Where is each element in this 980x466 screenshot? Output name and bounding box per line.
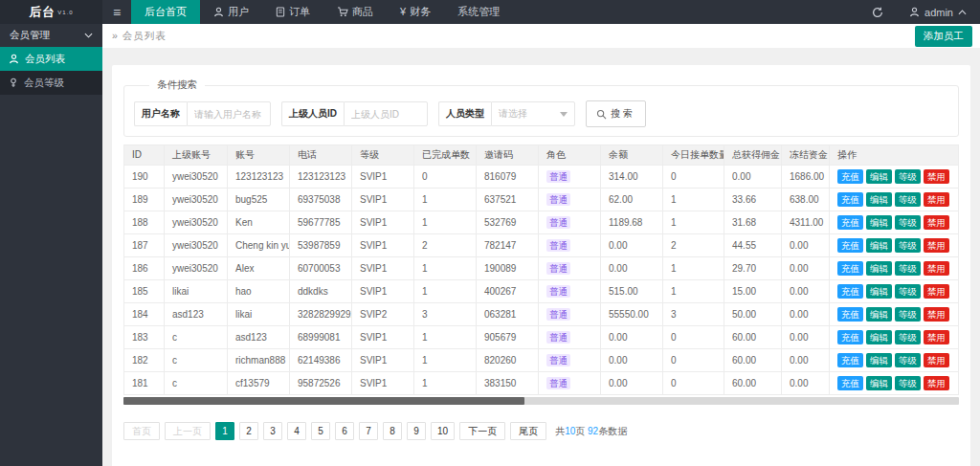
admin-dropdown[interactable]: admin [896, 7, 980, 18]
level-button[interactable]: 等级 [895, 215, 921, 230]
edit-button[interactable]: 编辑 [866, 192, 892, 207]
page-first-button[interactable]: 首页 [123, 422, 160, 440]
sidebar-item-0[interactable]: 会员列表 [0, 47, 102, 71]
recharge-button[interactable]: 充值 [837, 215, 863, 230]
edit-button[interactable]: 编辑 [866, 353, 892, 367]
page-number-button-3[interactable]: 3 [263, 422, 282, 440]
disable-button[interactable]: 禁用 [924, 192, 949, 207]
page-last-button[interactable]: 尾页 [510, 422, 546, 440]
recharge-button[interactable]: 充值 [837, 261, 863, 276]
table-row: 187ywei30520Cheng kin yu53987859SVIP1278… [124, 234, 959, 257]
top-menu-item-2[interactable]: 订单 [262, 0, 323, 24]
edit-button[interactable]: 编辑 [866, 238, 892, 253]
disable-button[interactable]: 禁用 [924, 284, 949, 299]
edit-button[interactable]: 编辑 [866, 261, 892, 276]
add-staff-button[interactable]: 添加员工 [915, 26, 972, 47]
search-field-1: 上级人员ID [281, 101, 428, 126]
recharge-button[interactable]: 充值 [837, 330, 863, 344]
cell-today: 0 [663, 372, 724, 395]
search-button[interactable]: 搜索 [586, 100, 646, 127]
level-button[interactable]: 等级 [895, 330, 921, 344]
cell-invite: 190089 [477, 257, 539, 280]
role-badge[interactable]: 普通 [546, 285, 570, 298]
recharge-button[interactable]: 充值 [837, 192, 863, 207]
top-menu-item-5[interactable]: 系统管理 [444, 0, 513, 24]
level-button[interactable]: 等级 [895, 376, 921, 390]
recharge-button[interactable]: 充值 [837, 376, 863, 390]
member-table: ID上级账号账号电话等级已完成单数邀请码角色余额今日接单数量总获得佣金冻结资金操… [123, 144, 959, 395]
disable-button[interactable]: 禁用 [924, 353, 949, 367]
edit-button[interactable]: 编辑 [866, 376, 892, 390]
page-prev-button[interactable]: 上一页 [165, 422, 211, 440]
recharge-button[interactable]: 充值 [837, 307, 863, 322]
role-badge[interactable]: 普通 [546, 262, 570, 275]
pagination-summary-part: 条数据 [598, 426, 627, 436]
disable-button[interactable]: 禁用 [924, 215, 949, 230]
level-button[interactable]: 等级 [895, 307, 921, 322]
order-icon [276, 7, 285, 17]
disable-button[interactable]: 禁用 [924, 307, 949, 322]
level-button[interactable]: 等级 [895, 169, 921, 184]
cell-invite: 637521 [477, 189, 539, 211]
person-type-select[interactable]: 请选择 [491, 101, 575, 126]
recharge-button[interactable]: 充值 [837, 284, 863, 299]
level-button[interactable]: 等级 [895, 261, 921, 276]
role-badge[interactable]: 普通 [546, 239, 570, 252]
refresh-button[interactable] [859, 0, 896, 24]
role-badge[interactable]: 普通 [546, 308, 570, 321]
page-number-button-4[interactable]: 4 [287, 422, 306, 440]
edit-button[interactable]: 编辑 [866, 307, 892, 322]
search-field-input-0[interactable] [187, 101, 271, 126]
edit-button[interactable]: 编辑 [866, 215, 892, 230]
role-badge[interactable]: 普通 [546, 193, 570, 206]
role-badge[interactable]: 普通 [546, 216, 570, 229]
edit-button[interactable]: 编辑 [866, 284, 892, 299]
hamburger-menu-icon[interactable]: ≡ [102, 0, 131, 24]
top-menu-item-4[interactable]: ¥财务 [387, 0, 444, 24]
role-badge[interactable]: 普通 [546, 377, 570, 389]
sidebar-item-1[interactable]: 会员等级 [0, 71, 102, 95]
page-number-button-10[interactable]: 10 [431, 422, 455, 440]
scrollbar-thumb[interactable] [123, 397, 524, 405]
member-list-icon [9, 54, 19, 64]
recharge-button[interactable]: 充值 [837, 353, 863, 367]
disable-button[interactable]: 禁用 [924, 261, 949, 276]
level-button[interactable]: 等级 [895, 192, 921, 207]
level-button[interactable]: 等级 [895, 353, 921, 367]
role-badge[interactable]: 普通 [546, 354, 570, 366]
edit-button[interactable]: 编辑 [866, 169, 892, 184]
page-number-button-6[interactable]: 6 [335, 422, 354, 440]
disable-button[interactable]: 禁用 [924, 169, 949, 184]
page-number-button-7[interactable]: 7 [359, 422, 378, 440]
edit-button[interactable]: 编辑 [866, 330, 892, 344]
cell-account: likai [228, 303, 290, 326]
page-next-button[interactable]: 下一页 [459, 422, 505, 440]
disable-button[interactable]: 禁用 [924, 330, 949, 344]
role-badge[interactable]: 普通 [546, 170, 570, 183]
top-menu-item-label: 订单 [289, 5, 310, 19]
search-field-input-1[interactable] [344, 101, 428, 126]
role-badge[interactable]: 普通 [546, 331, 570, 344]
level-button[interactable]: 等级 [895, 284, 921, 299]
page-number-button-5[interactable]: 5 [311, 422, 330, 440]
page-number-button-2[interactable]: 2 [239, 422, 258, 440]
disable-button[interactable]: 禁用 [924, 238, 949, 253]
search-field-label: 用户名称 [134, 101, 187, 126]
horizontal-scrollbar[interactable] [123, 397, 959, 405]
top-menu-item-1[interactable]: 用户 [200, 0, 262, 24]
recharge-button[interactable]: 充值 [837, 169, 863, 184]
cell-phone: 95872526 [290, 372, 352, 395]
page-number-button-9[interactable]: 9 [407, 422, 426, 440]
cell-frozen: 1686.00 [782, 166, 830, 189]
refresh-icon [872, 7, 883, 18]
top-menu-item-3[interactable]: 商品 [323, 0, 387, 24]
page-number-button-8[interactable]: 8 [383, 422, 402, 440]
column-header: 今日接单数量 [663, 145, 724, 166]
sidebar-group-member-management[interactable]: 会员管理 [0, 24, 102, 47]
top-menu-item-0[interactable]: 后台首页 [131, 0, 200, 24]
level-button[interactable]: 等级 [895, 238, 921, 253]
recharge-button[interactable]: 充值 [837, 238, 863, 253]
cell-role: 普通 [539, 189, 601, 211]
disable-button[interactable]: 禁用 [924, 376, 949, 390]
page-number-button-1[interactable]: 1 [215, 422, 234, 440]
